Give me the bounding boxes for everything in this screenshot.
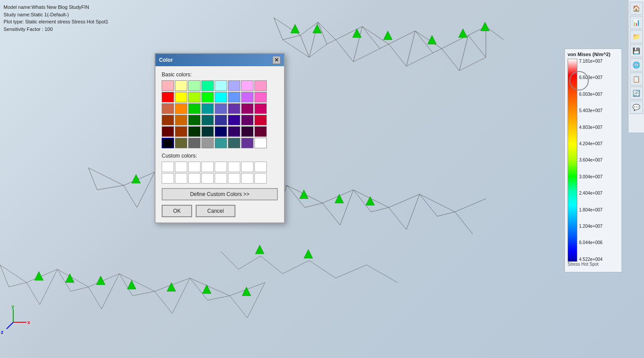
- basic-color-cell[interactable]: [175, 92, 187, 102]
- svg-text:z: z: [1, 329, 4, 335]
- toolbar-refresh-button[interactable]: 🔄: [630, 87, 643, 100]
- plot-type-text: Plot type: Static element stress Stress …: [4, 18, 108, 26]
- custom-color-cell[interactable]: [254, 162, 267, 172]
- basic-color-cell[interactable]: [175, 103, 187, 114]
- basic-color-cell[interactable]: [215, 103, 227, 114]
- svg-text:x: x: [27, 320, 30, 325]
- toolbar-chart-button[interactable]: 📊: [630, 16, 643, 29]
- basic-color-cell[interactable]: [241, 103, 254, 114]
- basic-color-cell[interactable]: [201, 126, 214, 137]
- basic-color-cell[interactable]: [162, 138, 174, 148]
- basic-color-cell[interactable]: [175, 115, 187, 125]
- svg-line-2: [353, 49, 380, 62]
- custom-color-cell[interactable]: [215, 173, 227, 184]
- basic-color-cell[interactable]: [201, 115, 214, 125]
- svg-marker-19: [34, 271, 43, 280]
- basic-color-cell[interactable]: [201, 80, 214, 91]
- basic-color-cell[interactable]: [215, 115, 227, 125]
- legend-value: 3.004e+007: [579, 174, 602, 179]
- custom-color-cell[interactable]: [228, 162, 240, 172]
- custom-color-cell[interactable]: [175, 162, 187, 172]
- custom-color-cell[interactable]: [241, 162, 254, 172]
- legend-value: 5.403e+007: [579, 108, 602, 113]
- basic-color-cell[interactable]: [228, 103, 240, 114]
- custom-color-cell[interactable]: [254, 173, 267, 184]
- ok-button[interactable]: OK: [162, 205, 192, 217]
- svg-marker-10: [458, 29, 467, 38]
- basic-color-cell[interactable]: [188, 80, 201, 91]
- basic-color-cell[interactable]: [188, 92, 201, 102]
- basic-color-cell[interactable]: [188, 138, 201, 148]
- basic-color-cell[interactable]: [228, 126, 240, 137]
- basic-color-cell[interactable]: [254, 138, 267, 148]
- basic-color-cell[interactable]: [175, 126, 187, 137]
- toolbar-home-button[interactable]: 🏠: [630, 2, 643, 15]
- basic-color-cell[interactable]: [215, 138, 227, 148]
- legend-value: 4.803e+007: [579, 125, 602, 130]
- toolbar-globe-button[interactable]: 🌐: [630, 58, 643, 72]
- dialog-title: Color: [159, 57, 173, 63]
- basic-color-cell[interactable]: [241, 126, 254, 137]
- basic-color-cell[interactable]: [188, 126, 201, 137]
- close-button[interactable]: ✕: [273, 56, 280, 64]
- custom-color-cell[interactable]: [215, 162, 227, 172]
- toolbar-save-button[interactable]: 💾: [630, 44, 643, 57]
- basic-color-cell[interactable]: [188, 103, 201, 114]
- custom-color-cell[interactable]: [201, 162, 214, 172]
- basic-color-cell[interactable]: [254, 115, 267, 125]
- svg-marker-23: [167, 283, 176, 291]
- basic-color-cell[interactable]: [228, 80, 240, 91]
- custom-color-cell[interactable]: [162, 162, 174, 172]
- basic-color-cell[interactable]: [254, 80, 267, 91]
- custom-color-cell[interactable]: [175, 173, 187, 184]
- svg-line-4: [459, 57, 486, 71]
- basic-color-cell[interactable]: [215, 126, 227, 137]
- define-custom-colors-button[interactable]: Define Custom Colors >>: [162, 188, 278, 200]
- custom-color-cell[interactable]: [201, 173, 214, 184]
- basic-color-cell[interactable]: [175, 138, 187, 148]
- basic-color-cell[interactable]: [162, 115, 174, 125]
- basic-color-cell[interactable]: [215, 92, 227, 102]
- legend-value: 1.204e+007: [579, 224, 602, 229]
- basic-color-cell[interactable]: [162, 80, 174, 91]
- cancel-button[interactable]: Cancel: [196, 205, 235, 217]
- custom-color-cell[interactable]: [188, 162, 201, 172]
- toolbar-folder-button[interactable]: 📁: [630, 30, 643, 43]
- basic-color-cell[interactable]: [228, 92, 240, 102]
- info-panel: Model name:Whats New Blog StudyFIN Study…: [4, 4, 108, 33]
- legend-title: von Mises (N/m^2): [568, 52, 619, 57]
- basic-color-cell[interactable]: [228, 138, 240, 148]
- basic-color-cell[interactable]: [254, 92, 267, 102]
- basic-color-cell[interactable]: [254, 126, 267, 137]
- basic-color-cell[interactable]: [201, 138, 214, 148]
- dialog-buttons: OK Cancel: [162, 205, 278, 217]
- basic-color-cell[interactable]: [228, 115, 240, 125]
- basic-color-cell[interactable]: [241, 115, 254, 125]
- legend-value: 4.522e+004: [579, 257, 602, 262]
- basic-color-cell[interactable]: [162, 92, 174, 102]
- basic-colors-label: Basic colors:: [162, 72, 278, 78]
- legend-value: 6.003e+007: [579, 92, 602, 97]
- legend-value: 1.804e+007: [579, 207, 602, 212]
- custom-color-cell[interactable]: [188, 173, 201, 184]
- basic-color-cell[interactable]: [175, 80, 187, 91]
- basic-color-cell[interactable]: [241, 92, 254, 102]
- basic-color-cell[interactable]: [188, 115, 201, 125]
- svg-marker-12: [132, 174, 140, 183]
- basic-color-cell[interactable]: [254, 103, 267, 114]
- custom-color-cell[interactable]: [241, 173, 254, 184]
- custom-colors-label: Custom colors:: [162, 153, 278, 159]
- basic-color-cell[interactable]: [201, 103, 214, 114]
- basic-color-cell[interactable]: [162, 103, 174, 114]
- basic-color-cell[interactable]: [241, 138, 254, 148]
- basic-color-cell[interactable]: [215, 80, 227, 91]
- toolbar-list-button[interactable]: 📋: [630, 72, 643, 86]
- basic-color-cell[interactable]: [162, 126, 174, 137]
- basic-color-cell[interactable]: [201, 92, 214, 102]
- hotspot-circle: [569, 71, 589, 90]
- custom-color-cell[interactable]: [228, 173, 240, 184]
- svg-line-30: [7, 322, 13, 329]
- basic-color-cell[interactable]: [241, 80, 254, 91]
- toolbar-chat-button[interactable]: 💬: [630, 101, 643, 114]
- custom-color-cell[interactable]: [162, 173, 174, 184]
